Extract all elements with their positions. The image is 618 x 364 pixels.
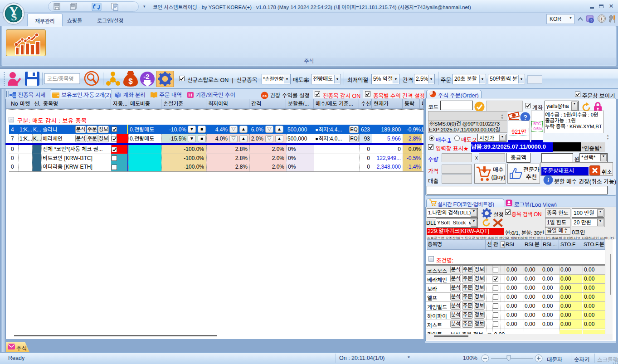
svg-text:$: $: [128, 77, 133, 86]
svg-text:?: ?: [523, 114, 527, 121]
svg-text:?: ?: [590, 19, 592, 23]
svg-text:-2: -2: [143, 73, 149, 80]
svg-text:S: S: [11, 11, 17, 23]
svg-text:A: A: [117, 92, 119, 95]
svg-text:i: i: [601, 16, 603, 21]
svg-text:i: i: [547, 177, 549, 184]
svg-text:코드/종목명: 코드/종목명: [47, 76, 74, 82]
svg-text:B: B: [189, 94, 191, 97]
svg-text:os: os: [263, 94, 267, 98]
